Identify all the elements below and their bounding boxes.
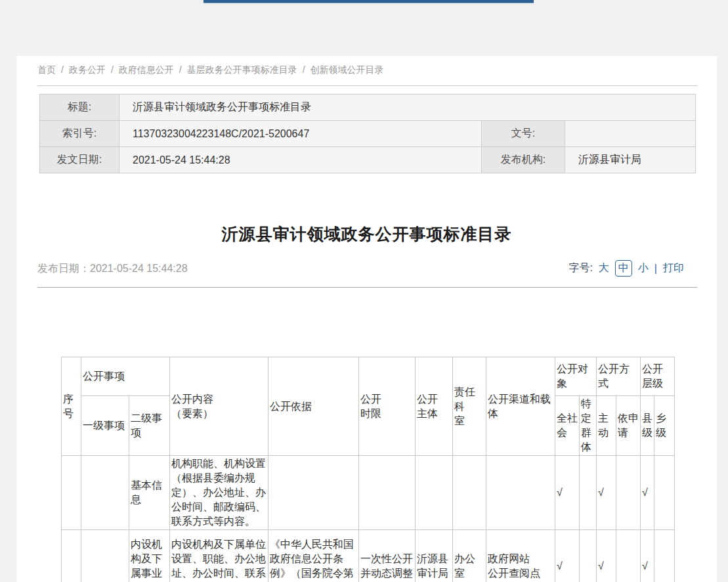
meta-title-label: 标题: [40, 95, 119, 121]
breadcrumb-zhengwu-gongkai[interactable]: 政务公开 [69, 64, 106, 75]
publish-row: 发布日期：2021-05-24 15:44:28 字号: 大 中 小 | 打印 [37, 260, 697, 277]
header-quanshehui: 全社 会 [555, 396, 580, 456]
font-size-large-button[interactable]: 大 [599, 261, 609, 275]
meta-date-value: 2021-05-24 15:44:28 [119, 147, 482, 173]
page-title: 沂源县审计领域政务公开事项标准目录 [16, 223, 717, 245]
meta-index-value: 11370323004223148C/2021-5200647 [119, 121, 482, 147]
cell-r2-yiji [81, 530, 129, 582]
font-size-medium-button[interactable]: 中 [615, 260, 632, 277]
print-button[interactable]: 打印 [663, 261, 684, 275]
meta-date-label: 发文日期: [40, 147, 119, 173]
meta-row-date: 发文日期: 2021-05-24 15:44:28 发布机构: 沂源县审计局 [40, 147, 696, 173]
header-teding-qunti: 特 定 群 体 [580, 396, 597, 456]
cell-r1-zhudong-check: √ [597, 456, 616, 530]
breadcrumb-separator: / [179, 64, 182, 75]
cell-r1-neirong: 机构职能、机构设置（根据县委编办规定）、办公地址、办公时间、邮政编码、联系方式等… [170, 456, 268, 530]
header-gongkai-shixian: 公开 时限 [359, 357, 416, 456]
publish-date-label: 发布日期： [37, 263, 90, 274]
breadcrumb-divider [37, 85, 697, 86]
cell-r1-teding [580, 456, 597, 530]
header-qudao-zaiti: 公开渠道和载 体 [486, 357, 555, 456]
breadcrumb-zhengfu-xinxi-gongkai[interactable]: 政府信息公开 [119, 64, 174, 75]
breadcrumb-separator: / [61, 64, 64, 75]
meta-row-index: 索引号: 11370323004223148C/2021-5200647 文号: [40, 121, 696, 147]
header-gongkai-duixiang: 公开对 象 [555, 357, 597, 396]
cell-r1-xianji-check: √ [641, 456, 654, 530]
meta-docnumber-label: 文号: [482, 121, 565, 147]
cell-r2-zhuti: 沂源县 审计局 [416, 530, 453, 582]
cell-r1-erji: 基本信 息 [129, 456, 170, 530]
cell-r2-zhudong-check: √ [597, 530, 616, 582]
cell-r2-yishenqing [616, 530, 641, 582]
catalog-table: 序 号 公开事项 公开内容 （要素） 公开依据 公开 时限 公开 主体 责任科 … [61, 357, 675, 582]
cell-r1-yiju [268, 456, 359, 530]
meta-docnumber-value [565, 121, 696, 147]
header-gongkai-shixiang: 公开事项 [81, 357, 170, 396]
breadcrumb-separator: / [303, 64, 305, 75]
cell-r1-yiji [81, 456, 129, 530]
breadcrumb-separator: / [111, 64, 114, 75]
header-gongkai-cengji: 公开 层级 [641, 357, 675, 396]
cell-r2-teding [580, 530, 597, 582]
font-size-label: 字号: [568, 261, 592, 275]
header-zeren-keshi: 责任科 室 [453, 357, 486, 456]
header-erji-shixiang: 二级事 项 [129, 396, 170, 456]
content-divider [37, 287, 697, 288]
breadcrumb-home[interactable]: 首页 [37, 64, 56, 75]
header-zhudong: 主 动 [597, 396, 616, 456]
cell-r2-xuhao [62, 530, 81, 582]
top-nav-bar-fragment [203, 0, 534, 3]
cell-r1-yishenqing [616, 456, 641, 530]
header-gongkai-fangshi: 公开方式 [597, 357, 641, 396]
header-gongkai-yiju: 公开依据 [268, 357, 359, 456]
font-size-controls: 字号: 大 中 小 | 打印 [568, 260, 684, 277]
cell-r1-shixian [359, 456, 416, 530]
meta-index-label: 索引号: [40, 121, 119, 147]
cell-r1-keshi [453, 456, 486, 530]
cell-r1-zhuti [416, 456, 453, 530]
header-xuhao: 序 号 [62, 357, 81, 456]
catalog-row-internal-orgs: 内设机构及下属事业单位 内设机构及下属单位设置、职能、办公地址、办公时间、联系方… [62, 530, 675, 582]
cell-r2-neirong: 内设机构及下属单位设置、职能、办公地址、办公时间、联系方式、负责人姓名等 [170, 530, 268, 582]
meta-agency-label: 发布机构: [482, 147, 565, 173]
meta-row-title: 标题: 沂源县审计领域政务公开事项标准目录 [40, 95, 696, 121]
content-card: 首页/政务公开/政府信息公开/基层政务公开事项标准目录/创新领域公开目录 标题:… [16, 56, 717, 582]
cell-r1-qudao [486, 456, 555, 530]
breadcrumb: 首页/政务公开/政府信息公开/基层政务公开事项标准目录/创新领域公开目录 [37, 64, 384, 76]
breadcrumb-jiceng-mulu[interactable]: 基层政务公开事项标准目录 [187, 64, 297, 75]
header-gongkai-neirong: 公开内容 （要素） [170, 357, 268, 456]
cell-r2-quanshehui-check: √ [555, 530, 580, 582]
cell-r2-yiju: 《中华人民共和国政府信息公开条例》（国务院令第711号） [268, 530, 359, 582]
catalog-header-row-1: 序 号 公开事项 公开内容 （要素） 公开依据 公开 时限 公开 主体 责任科 … [62, 357, 675, 396]
meta-title-value: 沂源县审计领域政务公开事项标准目录 [119, 95, 696, 121]
publish-date: 发布日期：2021-05-24 15:44:28 [37, 262, 188, 276]
catalog-row-basic-info: 基本信 息 机构职能、机构设置（根据县委编办规定）、办公地址、办公时间、邮政编码… [62, 456, 675, 530]
document-meta-table: 标题: 沂源县审计领域政务公开事项标准目录 索引号: 1137032300422… [39, 94, 696, 173]
print-divider: | [654, 263, 657, 275]
meta-agency-value: 沂源县审计局 [565, 147, 696, 173]
header-xiangji: 乡 级 [654, 396, 675, 456]
publish-date-value: 2021-05-24 15:44:28 [90, 263, 188, 274]
cell-r2-xianji-check: √ [641, 530, 654, 582]
page: 首页/政务公开/政府信息公开/基层政务公开事项标准目录/创新领域公开目录 标题:… [0, 0, 728, 582]
header-gongkai-zhuti: 公开 主体 [416, 357, 453, 456]
header-yishenqing: 依申 请 [616, 396, 641, 456]
cell-r2-qudao: 政府网站 公开查阅点 [486, 530, 555, 582]
cell-r2-erji: 内设机构及下属事业单位 [129, 530, 170, 582]
cell-r2-keshi: 办公室 [453, 530, 486, 582]
header-yiji-shixiang: 一级事项 [81, 396, 129, 456]
font-size-small-button[interactable]: 小 [638, 261, 649, 275]
cell-r1-xuhao [62, 456, 81, 530]
breadcrumb-chuangxin-mulu[interactable]: 创新领域公开目录 [310, 64, 384, 75]
cell-r2-xiangji [654, 530, 675, 582]
cell-r2-shixian: 一次性公开并动态调整 [359, 530, 416, 582]
cell-r1-quanshehui-check: √ [555, 456, 580, 530]
header-xianji: 县 级 [641, 396, 654, 456]
cell-r1-xiangji [654, 456, 675, 530]
